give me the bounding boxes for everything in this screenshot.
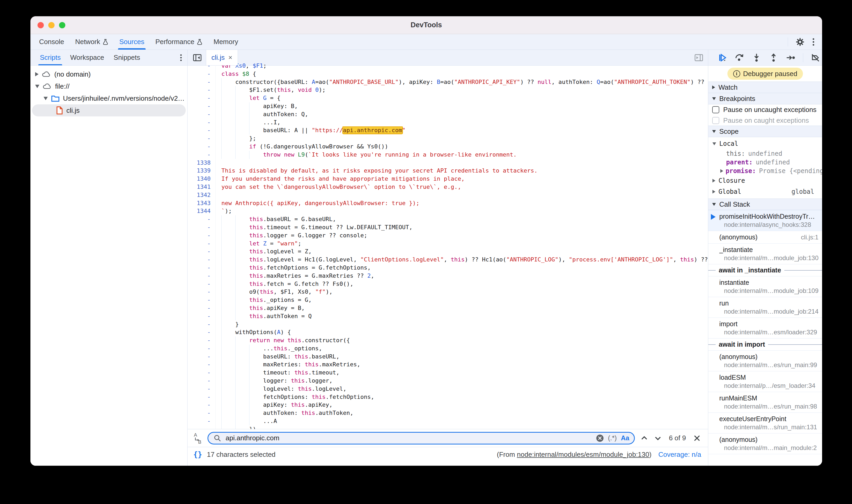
gutter-marker[interactable]: - <box>188 296 215 304</box>
toggle-navigator-icon[interactable] <box>193 54 202 62</box>
code-line[interactable]: 1344`); <box>188 207 708 215</box>
code-text[interactable]: ...I, <box>215 119 708 127</box>
code-line[interactable]: -authToken: this.authToken, <box>188 409 708 417</box>
tab-scripts[interactable]: Scripts <box>35 50 65 65</box>
gutter-marker[interactable]: - <box>188 321 215 328</box>
tree-item-no-domain[interactable]: (no domain) <box>32 68 186 80</box>
call-stack-frame[interactable]: runnode:internal/m…module_job:214 <box>708 297 822 318</box>
step-into-icon[interactable] <box>752 53 761 62</box>
call-stack-frame[interactable]: runMainESMnode:internal/m…es/run_main:98 <box>708 392 822 413</box>
gutter-marker[interactable]: - <box>188 425 215 429</box>
code-line[interactable]: -timeout: this.timeout, <box>188 369 708 377</box>
code-line[interactable]: -} <box>188 321 708 328</box>
gutter-marker[interactable]: - <box>188 223 215 232</box>
code-text[interactable]: withOptions(A) { <box>215 328 708 337</box>
code-line[interactable]: -...A <box>188 417 708 425</box>
search-input[interactable]: api.anthropic.com (.*) Aa <box>208 432 635 445</box>
code-line[interactable]: -...this._options, <box>188 345 708 353</box>
code-line[interactable]: -...I, <box>188 119 708 127</box>
scope-local[interactable]: Local <box>708 138 822 149</box>
code-text[interactable]: If you understand the risks and have app… <box>215 175 708 183</box>
chevron-right-icon[interactable] <box>720 169 723 173</box>
code-line[interactable]: -let Z = "warn"; <box>188 240 708 248</box>
minimize-window-button[interactable] <box>48 22 55 28</box>
code-line[interactable]: 1339This is disabled by default, as it r… <box>188 167 708 175</box>
call-stack-frame[interactable]: loadESMnode:internal/p…/esm_loader:34 <box>708 371 822 392</box>
code-line[interactable]: 1338 <box>188 159 708 167</box>
gutter-marker[interactable]: - <box>188 401 215 409</box>
scope-prop-parent[interactable]: parent: undefined <box>708 158 822 166</box>
call-stack-frame[interactable]: _instantiatenode:internal/m…module_job:1… <box>708 244 822 264</box>
coverage-link[interactable]: Coverage: n/a <box>658 450 701 458</box>
code-text[interactable]: baseURL: A || "https://api.anthropic.com… <box>215 126 708 134</box>
code-text[interactable]: this.logLevel = Hc1(G.logLevel, "ClientO… <box>215 256 708 264</box>
close-window-button[interactable] <box>37 22 44 28</box>
gutter-marker[interactable]: - <box>188 345 215 353</box>
scope-global[interactable]: Global global <box>708 186 822 197</box>
scope-prop-this[interactable]: this: undefined <box>708 149 822 158</box>
scope-prop-promise[interactable]: promise: Promise {<pending>} <box>708 166 822 175</box>
code-text[interactable]: logger: this.logger, <box>215 377 708 385</box>
code-text[interactable]: this.baseURL = G.baseURL, <box>215 215 708 223</box>
code-line[interactable]: -baseURL: this.baseURL, <box>188 353 708 361</box>
gutter-marker[interactable]: 1339 <box>188 167 215 175</box>
gutter-marker[interactable]: - <box>188 232 215 240</box>
code-text[interactable]: this.logger = G.logger ?? console; <box>215 232 708 240</box>
code-text[interactable]: logLevel: this.logLevel, <box>215 385 708 393</box>
code-line[interactable]: -maxRetries: this.maxRetries, <box>188 361 708 369</box>
pretty-print-icon[interactable]: {} <box>193 450 202 459</box>
call-stack-frame[interactable]: importnode:internal/m…esm/loader:329 <box>708 318 822 339</box>
gutter-marker[interactable]: - <box>188 369 215 377</box>
code-text[interactable]: fetchOptions: this.fetchOptions, <box>215 393 708 401</box>
gutter-marker[interactable]: 1338 <box>188 159 215 167</box>
gutter-marker[interactable]: 1340 <box>188 175 215 183</box>
search-query[interactable]: api.anthropic.com <box>226 434 592 442</box>
pause-on-uncaught-row[interactable]: Pause on uncaught exceptions <box>708 104 822 115</box>
tab-sources[interactable]: Sources <box>114 34 150 50</box>
code-line[interactable]: -apiKey: B, <box>188 102 708 110</box>
code-line[interactable]: -return new this.constructor({ <box>188 337 708 345</box>
gutter-marker[interactable]: - <box>188 215 215 223</box>
from-location-link[interactable]: node:internal/modules/esm/module_job:130 <box>517 450 649 458</box>
call-stack-frame[interactable]: (anonymous)node:internal/m…es/run_main:9… <box>708 350 822 371</box>
code-text[interactable]: new Anthropic({ apiKey, dangerouslyAllow… <box>215 199 708 208</box>
code-text[interactable] <box>215 159 708 167</box>
code-text[interactable]: this.apiKey = B, <box>215 304 708 312</box>
code-text[interactable]: this.logLevel = Z, <box>215 248 708 256</box>
gutter-marker[interactable]: - <box>188 110 215 119</box>
code-text[interactable]: this._options = G, <box>215 296 708 304</box>
code-text[interactable]: this.fetch = G.fetch ?? Fs0(), <box>215 280 708 288</box>
code-line[interactable]: -withOptions(A) { <box>188 328 708 337</box>
code-line[interactable]: -this.logger = G.logger ?? console; <box>188 232 708 240</box>
code-text[interactable]: maxRetries: this.maxRetries, <box>215 361 708 369</box>
code-line[interactable]: -this.fetch = G.fetch ?? Fs0(), <box>188 280 708 288</box>
gutter-marker[interactable]: - <box>188 353 215 361</box>
checkbox[interactable] <box>712 117 719 124</box>
code-text[interactable]: apiKey: B, <box>215 102 708 110</box>
code-text[interactable]: this.fetchOptions = G.fetchOptions, <box>215 264 708 272</box>
gutter-marker[interactable]: - <box>188 312 215 321</box>
kebab-menu-icon[interactable] <box>812 37 815 47</box>
code-line[interactable]: -logLevel: this.logLevel, <box>188 385 708 393</box>
chevron-down-icon[interactable] <box>43 97 48 100</box>
code-text[interactable]: throw new L9(`It looks like you're runni… <box>215 151 708 159</box>
deactivate-breakpoints-icon[interactable] <box>811 53 820 62</box>
code-line[interactable]: -this.baseURL = G.baseURL, <box>188 215 708 223</box>
code-line[interactable]: -o9(this, $F1, Xs0, "f"), <box>188 288 708 296</box>
code-line[interactable]: -let G = { <box>188 94 708 102</box>
code-text[interactable]: baseURL: this.baseURL, <box>215 353 708 361</box>
zoom-window-button[interactable] <box>59 22 65 28</box>
code-text[interactable]: let Z = "warn"; <box>215 240 708 248</box>
code-line[interactable]: -this.maxRetries = G.maxRetries ?? 2, <box>188 272 708 280</box>
call-stack-frame[interactable]: executeUserEntryPointnode:internal/m…s/r… <box>708 413 822 433</box>
code-text[interactable]: if (!G.dangerouslyAllowBrowser && Ys0()) <box>215 143 708 151</box>
code-lines[interactable]: -var Xs0, $F1;-class $8 {-constructor({b… <box>188 62 708 429</box>
section-watch[interactable]: Watch <box>708 82 822 93</box>
gutter-marker[interactable]: - <box>188 143 215 151</box>
gutter-marker[interactable]: - <box>188 337 215 345</box>
gutter-marker[interactable]: - <box>188 409 215 417</box>
tab-console[interactable]: Console <box>34 34 70 50</box>
code-text[interactable]: }) <box>215 425 708 429</box>
code-text[interactable]: o9(this, $F1, Xs0, "f"), <box>215 288 708 296</box>
code-line[interactable]: -this.timeout = G.timeout ?? Lw.DEFAULT_… <box>188 223 708 232</box>
